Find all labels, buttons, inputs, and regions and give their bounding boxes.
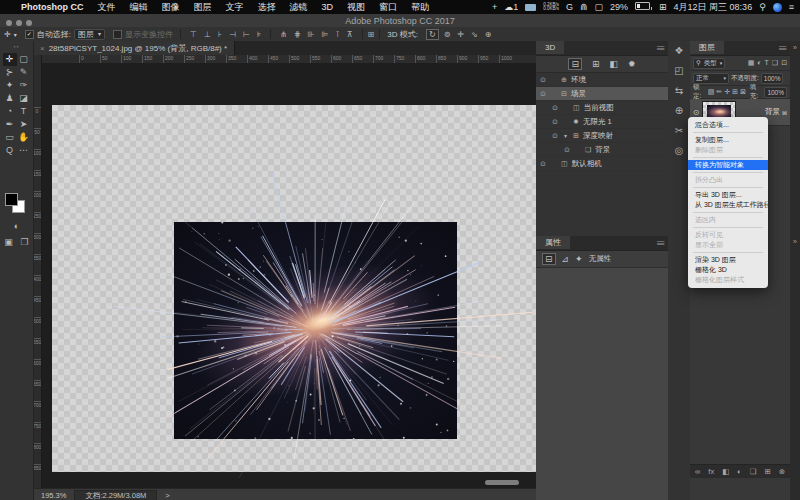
canvas-pasteboard[interactable]: 0501001502002503003504004505005506006507… — [33, 63, 536, 488]
artboard-mode-button[interactable]: ❐ — [8, 237, 41, 247]
align-icon[interactable]: ⊢ — [241, 30, 252, 39]
auto-select-dropdown[interactable]: 图层▾ — [74, 29, 105, 40]
foreground-color-swatch[interactable] — [5, 193, 18, 206]
ruler-corner[interactable] — [33, 55, 42, 63]
fill-field[interactable]: 100% — [764, 87, 787, 98]
display-icon[interactable]: ▢ — [595, 2, 604, 12]
shape-tool[interactable]: ▭ — [3, 131, 17, 144]
status-arrow-icon[interactable]: > — [165, 491, 169, 500]
eraser-tool[interactable]: ◪ — [17, 92, 31, 105]
collapsed-info-panel-icon[interactable]: ⊕ — [668, 101, 690, 121]
pen-tool[interactable]: ✒ — [3, 118, 17, 131]
filter-shape-layers-icon[interactable]: ❏ — [772, 59, 778, 67]
filter-pixel-layers-icon[interactable]: ▦ — [748, 59, 755, 67]
collapsed-history-panel-icon[interactable]: ◎ — [668, 141, 690, 161]
menu-select[interactable]: 选择 — [251, 1, 283, 14]
context-menu-item[interactable] — [693, 172, 763, 173]
lock-transparency-icon[interactable]: ▨ — [708, 88, 715, 96]
collapsed-swap-panel-icon[interactable]: ⇆ — [668, 81, 690, 101]
siri-icon[interactable] — [773, 3, 782, 12]
context-menu-item[interactable]: 删除图层 — [688, 145, 768, 155]
visibility-eye-icon[interactable]: ⊙ — [552, 104, 560, 112]
quick-select-tool[interactable]: ✎ — [17, 66, 31, 79]
spotlight-icon[interactable]: ⚲ — [759, 2, 766, 12]
input-method-icon[interactable]: ⊞ — [659, 2, 667, 12]
layers-panel-menu-icon[interactable]: ≡≡ — [779, 44, 786, 53]
menu-view[interactable]: 视图 — [340, 1, 372, 14]
path-select-tool[interactable]: ➤ — [17, 118, 31, 131]
3d-tree-row[interactable]: ⊙ ✹ 无限光 1 — [536, 115, 668, 129]
type-tool[interactable]: T — [17, 105, 31, 118]
tab-layers[interactable]: 图层 — [690, 41, 724, 54]
lock-position-icon[interactable]: ✛ — [724, 88, 730, 96]
menu-type[interactable]: 文字 — [219, 1, 251, 14]
3d-light-filter-icon[interactable]: ✹ — [628, 59, 636, 69]
collapse-dock-icon[interactable]: » — [790, 44, 800, 51]
cloud-icon[interactable]: ☁1 — [504, 2, 518, 12]
3d-slide-icon[interactable]: ⇘ — [469, 30, 480, 39]
context-menu-item[interactable] — [693, 252, 763, 253]
3d-tree-row[interactable]: ⊙ ⊟ 场景 — [536, 87, 668, 101]
distribute-icon[interactable]: ⊪ — [306, 30, 317, 39]
tab-3d[interactable]: 3D — [536, 41, 564, 54]
delete-layer-icon[interactable]: ⊗ — [779, 467, 785, 476]
context-menu-item[interactable]: 从 3D 图层生成工作路径 — [688, 200, 768, 210]
3d-tree-row[interactable]: ⊙ ◫ 默认相机 — [536, 157, 668, 171]
new-group-icon[interactable]: ❏ — [750, 467, 757, 476]
plus-icon[interactable]: + — [492, 2, 497, 12]
3d-tree-row[interactable]: ⊙ ◫ 当前视图 — [536, 101, 668, 115]
menu-edit[interactable]: 编辑 — [123, 1, 155, 14]
tab-properties[interactable]: 属性 — [536, 236, 570, 249]
properties-panel-menu-icon[interactable]: ≡≡ — [657, 239, 664, 248]
3d-roll-icon[interactable]: ⊚ — [442, 30, 453, 39]
menu-3d[interactable]: 3D — [315, 2, 341, 12]
context-menu-item[interactable]: 转换为智能对象 — [688, 160, 768, 170]
lock-artboard-icon[interactable]: ⊞ — [732, 88, 738, 96]
context-menu-item[interactable]: 选区内 — [688, 215, 768, 225]
3d-scene-filter-icon[interactable]: ⊟ — [568, 58, 582, 70]
align-icon[interactable]: ⊧ — [255, 30, 263, 39]
distribute-icon[interactable]: ⊫ — [320, 30, 331, 39]
blend-mode-dropdown[interactable]: 正常▾ — [693, 73, 729, 84]
visibility-eye-icon[interactable]: ⊙ — [540, 76, 548, 84]
layer-visibility-eye-icon[interactable]: ⊙ — [690, 108, 702, 117]
props-scene-icon[interactable]: ⊟ — [542, 253, 556, 265]
link-layers-icon[interactable]: ∞ — [695, 467, 700, 476]
move-tool[interactable]: ✛ — [3, 53, 17, 66]
3d-tree-row[interactable]: ⊙ ❏ 背景 — [536, 143, 668, 157]
toolbar-collapse-icon[interactable]: ›› — [0, 41, 33, 49]
document-tab[interactable]: × 28t58PiCSYT_1024.jpg @ 195% (背景, RGB/8… — [33, 41, 235, 55]
layer-style-icon[interactable]: fx — [708, 467, 714, 476]
3d-material-filter-icon[interactable]: ◧ — [610, 59, 619, 69]
collapsed-color-panel-icon[interactable]: ❖ — [668, 41, 690, 61]
context-menu-item[interactable]: 栅格化 3D — [688, 265, 768, 275]
galaxy-image[interactable] — [174, 222, 457, 439]
collapse-dock-icon-2[interactable]: » — [790, 238, 800, 245]
hand-tool[interactable]: ✋ — [17, 131, 31, 144]
3d-mesh-filter-icon[interactable]: ⊞ — [592, 59, 600, 69]
context-menu-item[interactable]: 导出 3D 图层... — [688, 190, 768, 200]
context-menu-item[interactable]: 显示全部 — [688, 240, 768, 250]
context-menu-item[interactable] — [693, 157, 763, 158]
3d-tree-row[interactable]: ⊙ ⊕ 环境 — [536, 73, 668, 87]
dodge-tool[interactable]: ◔ — [3, 105, 17, 118]
visibility-eye-icon[interactable]: ⊙ — [552, 118, 560, 126]
auto-select-checkbox[interactable]: ✓ — [25, 30, 34, 39]
visibility-eye-icon[interactable]: ⊙ — [552, 132, 560, 140]
vertical-ruler[interactable]: 0501001502002503003504004505005506006507… — [33, 63, 42, 488]
zoom-tool[interactable]: Q — [3, 144, 17, 157]
menu-layer[interactable]: 图层 — [187, 1, 219, 14]
clone-stamp-tool[interactable]: ♟ — [3, 92, 17, 105]
visibility-eye-icon[interactable]: ⊙ — [540, 160, 548, 168]
show-transform-checkbox[interactable]: . — [113, 30, 122, 39]
horizontal-scrollbar-thumb[interactable] — [485, 480, 519, 485]
transparent-canvas[interactable] — [52, 105, 536, 472]
edit-toolbar-button[interactable]: ⋯ — [17, 144, 31, 157]
visibility-eye-icon[interactable]: ⊙ — [564, 146, 572, 154]
brush-tool[interactable]: ✑ — [17, 79, 31, 92]
context-menu-item[interactable]: 复制图层... — [688, 135, 768, 145]
filter-adjustment-layers-icon[interactable]: ◐ — [757, 59, 761, 67]
auto-align-icon[interactable]: ⊞ — [366, 30, 377, 39]
visibility-eye-icon[interactable]: ⊙ — [540, 90, 548, 98]
magic-wand-tool[interactable]: ✦ — [3, 79, 17, 92]
